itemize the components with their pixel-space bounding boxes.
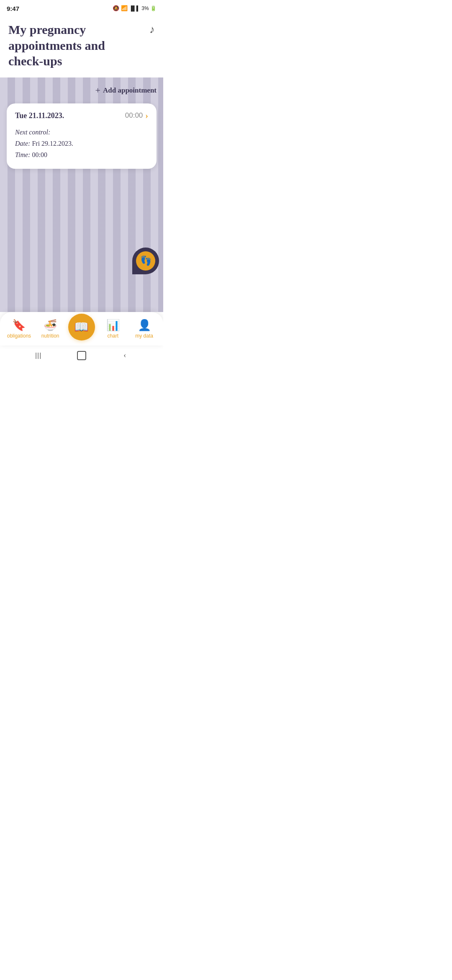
add-appointment-button[interactable]: + Add appointment [95, 85, 157, 96]
chart-icon: 📊 [106, 319, 120, 332]
battery-label: 3% 🔋 [141, 5, 157, 11]
date-label: Date: [15, 140, 30, 147]
chevron-right-icon[interactable]: › [145, 111, 148, 121]
appointment-card[interactable]: Tue 21.11.2023. 00:00 › Next control: Da… [7, 103, 157, 169]
add-appointment-row: + Add appointment [7, 85, 157, 96]
next-date-row: Date: Fri 29.12.2023. [15, 138, 148, 149]
page-title: My pregnancy appointments and check-ups [8, 22, 134, 69]
back-button[interactable]: ‹ [119, 350, 131, 361]
nutrition-icon: 🍜 [44, 319, 57, 332]
main-content: + Add appointment Tue 21.11.2023. 00:00 … [0, 77, 163, 312]
fab-inner: 👣 [136, 251, 155, 271]
add-icon: + [95, 85, 100, 96]
wifi-icon: 📶 [121, 5, 128, 12]
book-icon: 📖 [74, 320, 89, 334]
nav-item-chart[interactable]: 📊 chart [97, 319, 128, 342]
fab-button[interactable]: 👣 [132, 248, 159, 274]
home-center-circle[interactable]: 📖 [68, 314, 95, 340]
music-icon[interactable]: ♪ [149, 23, 155, 36]
nav-item-mydata[interactable]: 👤 my data [128, 319, 160, 342]
nav-item-home[interactable]: 📖 [66, 325, 98, 342]
card-time: 00:00 [125, 111, 143, 120]
time-label: Time: [15, 151, 30, 158]
nav-item-nutrition[interactable]: 🍜 nutrition [35, 319, 66, 342]
card-header: Tue 21.11.2023. 00:00 › [15, 111, 148, 121]
header: My pregnancy appointments and check-ups … [0, 15, 163, 77]
mydata-icon: 👤 [138, 319, 151, 332]
obligations-icon: 🔖 [12, 319, 26, 332]
chart-label: chart [107, 333, 118, 339]
signal-icon: ▐▌▌ [129, 5, 140, 11]
time-value: 00:00 [32, 151, 47, 158]
next-control-label: Next control: [15, 126, 148, 138]
nutrition-label: nutrition [41, 333, 59, 339]
home-icon [77, 351, 86, 360]
home-button[interactable] [76, 350, 87, 361]
status-time: 9:47 [7, 5, 19, 12]
nav-item-obligations[interactable]: 🔖 obligations [3, 319, 35, 342]
system-nav: ||| ‹ [0, 346, 163, 367]
footprint-icon: 👣 [140, 255, 152, 266]
status-icons: 🔕 📶 ▐▌▌ 3% 🔋 [113, 5, 157, 12]
status-bar: 9:47 🔕 📶 ▐▌▌ 3% 🔋 [0, 0, 163, 15]
bottom-nav: 🔖 obligations 🍜 nutrition 📖 📊 chart 👤 my… [0, 312, 163, 346]
card-body: Next control: Date: Fri 29.12.2023. Time… [15, 126, 148, 161]
obligations-label: obligations [7, 333, 31, 339]
mydata-label: my data [135, 333, 153, 339]
nav-items: 🔖 obligations 🍜 nutrition 📖 📊 chart 👤 my… [0, 312, 163, 342]
recent-icon: ||| [35, 352, 41, 359]
recent-apps-button[interactable]: ||| [33, 350, 44, 361]
mute-icon: 🔕 [113, 5, 119, 12]
card-time-row: 00:00 › [125, 111, 148, 121]
date-value: Fri 29.12.2023. [32, 140, 73, 147]
card-date: Tue 21.11.2023. [15, 111, 64, 120]
next-time-row: Time: 00:00 [15, 149, 148, 160]
back-icon: ‹ [123, 351, 126, 360]
add-appointment-label: Add appointment [103, 86, 157, 95]
